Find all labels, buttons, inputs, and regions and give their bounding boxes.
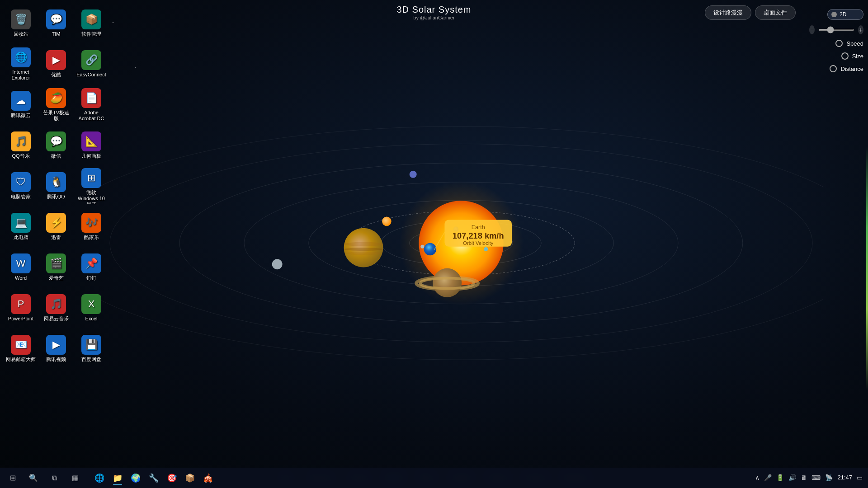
desktop-icon-word[interactable]: WWord	[4, 248, 38, 287]
desktop-icon-kuwo[interactable]: 🎶酷家乐	[74, 207, 108, 247]
size-label: Size	[852, 53, 863, 60]
desktop-icon-youku[interactable]: ▶优酷	[39, 44, 73, 84]
desktop-icon-mypc[interactable]: 💻此电脑	[4, 207, 38, 247]
desktop-icon-geometry[interactable]: 📐几何画板	[74, 126, 108, 165]
taskbar-apps: 🌐 📁 🌍 🔧 🎯 📦 🎪	[88, 470, 220, 486]
taskbar-app-edge[interactable]: 🌐	[91, 470, 108, 486]
app-subtitle: by @JulianGarnier	[396, 15, 471, 20]
desktop-icon-pc-manager[interactable]: 🛡电脑管家	[4, 166, 38, 206]
desktop-icon-dingding[interactable]: 📌钉钉	[74, 248, 108, 287]
search-button[interactable]: 🔍	[25, 470, 42, 486]
desktop-icon-tencent-video[interactable]: ▶腾讯视频	[39, 329, 73, 369]
taskbar-app-tool3[interactable]: 📦	[182, 470, 198, 486]
distance-radio[interactable]	[830, 65, 837, 72]
software-manager-icon-label: 软件管理	[81, 31, 101, 37]
venus-planet[interactable]	[382, 217, 392, 226]
speed-radio[interactable]	[835, 40, 843, 47]
desktop-icon-baidu-pan[interactable]: 💾百度网盘	[74, 329, 108, 369]
toggle-2d-label: 2D	[840, 11, 846, 18]
speed-slider[interactable]	[818, 29, 854, 31]
desktop-icon-win10[interactable]: ⊞微软 Windows 10 易开	[74, 166, 108, 206]
start-button[interactable]: ⊞	[5, 470, 21, 486]
word-icon-label: Word	[15, 275, 27, 281]
baidu-pan-icon-image: 💾	[81, 335, 101, 355]
jupiter-band-3	[345, 252, 382, 255]
task-view-button[interactable]: ⧉	[46, 470, 62, 486]
desktop-icon-wechat[interactable]: 💬微信	[39, 126, 73, 165]
display-icon[interactable]: 🖥	[801, 474, 807, 481]
widgets-icon: ▦	[72, 474, 79, 482]
desktop-icon-xunlei[interactable]: ⚡迅雷	[39, 207, 73, 247]
netease-mail-icon-label: 网易邮箱大师	[6, 357, 36, 362]
tencentqq-icon-image: 🐧	[46, 172, 66, 192]
svg-text:Orbit Velocity: Orbit Velocity	[463, 240, 493, 246]
excel-icon-label: Excel	[85, 316, 98, 322]
desktop-icon-adobe-acrobat[interactable]: 📄Adobe Acrobat DC	[74, 85, 108, 125]
chrome-icon: 🌍	[131, 473, 141, 483]
remote-icon[interactable]: 📡	[825, 474, 833, 481]
solar-system-display[interactable]: Earth 107,218 km/h Orbit Velocity	[99, 0, 823, 465]
desktop-icon-netease-music[interactable]: 🎵网易云音乐	[39, 288, 73, 328]
network-icon[interactable]: 🔋	[776, 474, 784, 481]
desktop-icon-ie[interactable]: 🌐Internet Explorer	[4, 44, 38, 84]
taskbar-right-area: ∧ 🎤 🔋 🔊 🖥 ⌨ 📡 21:47 ▭	[750, 474, 868, 482]
tencent-video-icon-image: ▶	[46, 335, 66, 355]
jupiter-band-1	[344, 242, 383, 246]
taskbar-clock[interactable]: 21:47	[837, 474, 852, 482]
ie-icon-label: Internet Explorer	[5, 69, 36, 81]
desktop-icon-weiyun[interactable]: ☁腾讯微云	[4, 85, 38, 125]
desktop-icon-powerpoint[interactable]: PPowerPoint	[4, 288, 38, 328]
svg-text:107,218 km/h: 107,218 km/h	[453, 231, 504, 240]
netease-mail-icon-image: 📧	[11, 335, 31, 355]
taskbar-app-tool2[interactable]: 🎯	[164, 470, 180, 486]
desktop-icon-netease-mail[interactable]: 📧网易邮箱大师	[4, 329, 38, 369]
speed-plus-button[interactable]: +	[858, 25, 863, 34]
tool2-icon: 🎯	[167, 473, 177, 483]
taskbar-app-tool1[interactable]: 🔧	[146, 470, 162, 486]
side-accent-bar	[866, 146, 868, 390]
wechat-icon-image: 💬	[46, 131, 66, 151]
kuwo-icon-image: 🎶	[81, 213, 101, 233]
recycle-bin-icon-label: 回收站	[14, 31, 28, 37]
saturn-planet[interactable]	[433, 268, 462, 297]
desktop-icon-iqiyi[interactable]: 🎬爱奇艺	[39, 248, 73, 287]
speed-minus-button[interactable]: −	[809, 25, 815, 34]
desktop-icon-excel[interactable]: XExcel	[74, 288, 108, 328]
desktop-icons-container: 🗑️回收站💬TIM📦软件管理🌐Internet Explorer▶优酷🔗Easy…	[0, 0, 108, 371]
distant-planet-dot[interactable]	[410, 171, 417, 178]
taskbar-app-chrome[interactable]: 🌍	[127, 470, 144, 486]
size-radio[interactable]	[841, 52, 849, 60]
desktop-icon-tencentqq[interactable]: 🐧腾讯QQ	[39, 166, 73, 206]
show-desktop-button[interactable]: ▭	[857, 474, 863, 481]
toggle-circle	[831, 12, 837, 17]
mars-planet[interactable]	[272, 259, 283, 269]
powerpoint-icon-label: PowerPoint	[8, 316, 33, 322]
battery-icon[interactable]: 🔊	[788, 474, 796, 481]
app-title: 3D Solar System	[396, 5, 471, 15]
explorer-icon: 📁	[113, 473, 123, 483]
moon	[420, 245, 424, 249]
speed-radio-row[interactable]: Speed	[835, 40, 863, 47]
taskbar-app-tool4[interactable]: 🎪	[200, 470, 216, 486]
desktop-icon-mango-tv[interactable]: 🥭芒果TV极速版	[39, 85, 73, 125]
taskbar-app-explorer[interactable]: 📁	[109, 470, 126, 486]
iqiyi-icon-image: 🎬	[46, 253, 66, 273]
search-icon: 🔍	[29, 474, 38, 482]
adobe-acrobat-icon-image: 📄	[81, 88, 101, 108]
widgets-button[interactable]: ▦	[67, 470, 83, 486]
size-radio-row[interactable]: Size	[841, 52, 863, 60]
qqmusic-icon-image: 🎵	[11, 131, 31, 151]
desktop-icon-qqmusic[interactable]: 🎵QQ音乐	[4, 126, 38, 165]
toggle-2d-button[interactable]: 2D	[827, 9, 863, 20]
nav-pill-design[interactable]: 设计路漫漫	[705, 5, 751, 20]
powerpoint-icon-image: P	[11, 294, 31, 314]
jupiter-planet[interactable]	[344, 228, 383, 267]
desktop-icon-easyconnect[interactable]: 🔗EasyConnect	[74, 44, 108, 84]
keyboard-icon[interactable]: ⌨	[811, 474, 821, 481]
ie-icon-image: 🌐	[11, 47, 31, 67]
nav-pill-desktop[interactable]: 桌面文件	[755, 5, 796, 20]
distance-radio-row[interactable]: Distance	[830, 65, 863, 72]
notification-chevron[interactable]: ∧	[755, 474, 760, 481]
mic-icon[interactable]: 🎤	[764, 474, 772, 481]
pc-manager-icon-label: 电脑管家	[11, 194, 31, 200]
